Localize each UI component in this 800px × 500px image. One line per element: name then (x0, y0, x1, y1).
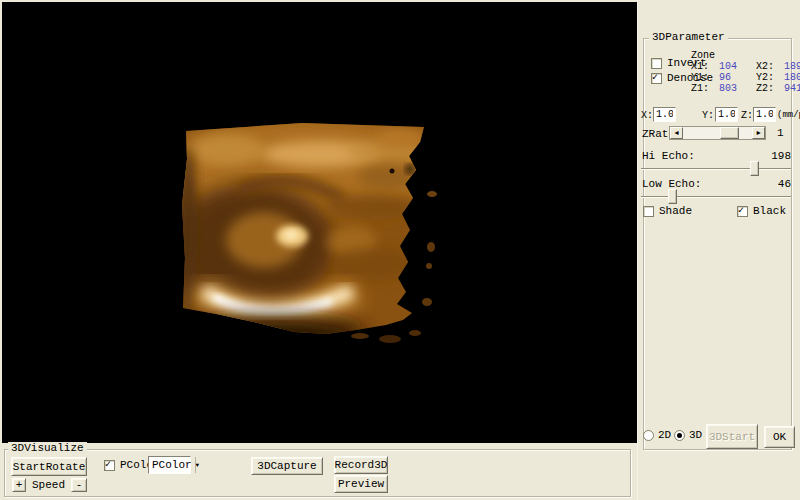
render-viewport[interactable] (2, 2, 637, 443)
scroll-left-icon[interactable]: ◄ (670, 127, 683, 139)
scale-y-input[interactable] (715, 107, 738, 122)
speed-label: Speed (32, 479, 65, 491)
visualize-panel: 3DVisualize StartRotate + Speed - ✓ PCol… (0, 443, 637, 500)
chevron-down-icon[interactable]: ▼ (195, 457, 200, 473)
hi-echo-label: Hi Echo: (642, 150, 695, 162)
zone-x1-value: 104 (719, 61, 756, 72)
parameter-groupbox: 3DParameter (643, 38, 792, 450)
app-window: { "parameter_panel": { "title": "3DParam… (0, 0, 800, 500)
parameter-panel: 3DParameter Invert ✓ Denoise Zone X1: 10… (637, 0, 800, 500)
black-checkbox[interactable]: ✓ (737, 206, 748, 217)
zone-z1-value: 803 (719, 83, 756, 94)
zone-z1-label: Z1: (691, 83, 719, 94)
scroll-right-icon[interactable]: ► (752, 127, 765, 139)
zone-z2-value: 941 (784, 83, 800, 94)
scale-z-input[interactable] (753, 107, 776, 122)
zone-row-z: Z1: 803 Z2: 941 (691, 83, 800, 94)
radio-2d-label: 2D (658, 429, 671, 441)
ultrasound-3d-image (2, 2, 637, 443)
shade-checkbox[interactable] (643, 206, 654, 217)
check-icon: ✓ (738, 205, 744, 216)
speed-plus-button[interactable]: + (12, 478, 26, 492)
zrate-value: 1 (777, 127, 784, 139)
low-echo-slider-thumb[interactable] (668, 189, 677, 204)
zone-label: Zone (691, 50, 715, 61)
hi-echo-slider-track[interactable] (641, 168, 791, 170)
scale-x-label: X: (641, 110, 653, 121)
visualize-groupbox-title: 3DVisualize (8, 442, 87, 454)
low-echo-slider-track[interactable] (641, 196, 791, 198)
zone-y2-value: 180 (784, 72, 800, 83)
ok-button[interactable]: OK (764, 426, 795, 448)
record3d-button[interactable]: Record3D (334, 456, 388, 474)
pcolor-dropdown-value: PColor (149, 459, 195, 471)
zone-x2-label: X2: (756, 61, 784, 72)
3dstart-button[interactable]: 3DStart (706, 424, 758, 449)
zone-x1-label: X1: (691, 61, 719, 72)
zone-x2-value: 189 (784, 61, 800, 72)
scale-x-input[interactable] (653, 107, 676, 122)
preview-button[interactable]: Preview (334, 475, 388, 493)
shade-label: Shade (659, 205, 692, 217)
zone-y1-label: Y1: (691, 72, 719, 83)
radio-2d[interactable] (643, 430, 654, 441)
pcolor-dropdown[interactable]: PColor ▼ (148, 456, 191, 474)
zone-row-y: Y1: 96 Y2: 180 (691, 72, 800, 83)
start-rotate-button[interactable]: StartRotate (11, 457, 87, 476)
pcolor-checkbox[interactable]: ✓ (104, 460, 115, 471)
denoise-checkbox[interactable]: ✓ (651, 73, 662, 84)
invert-checkbox[interactable] (651, 58, 662, 69)
scale-z-label: Z: (741, 110, 753, 121)
zrate-scrollbar[interactable]: ◄ ► (669, 126, 766, 140)
hi-echo-slider-thumb[interactable] (750, 161, 759, 176)
zrate-scrollbar-thumb[interactable] (720, 127, 739, 139)
scale-unit-label: (mm/p) (777, 110, 800, 120)
zone-z2-label: Z2: (756, 83, 784, 94)
zone-row-x: X1: 104 X2: 189 (691, 61, 800, 72)
low-echo-value: 46 (769, 178, 791, 190)
speed-minus-button[interactable]: - (71, 478, 87, 492)
parameter-groupbox-title: 3DParameter (649, 31, 728, 43)
zone-y2-label: Y2: (756, 72, 784, 83)
scale-y-label: Y: (702, 110, 714, 121)
black-label: Black (753, 205, 786, 217)
hi-echo-value: 198 (769, 150, 791, 162)
check-icon: ✓ (105, 459, 111, 470)
zone-y1-value: 96 (719, 72, 756, 83)
check-icon: ✓ (652, 72, 658, 83)
radio-3d-label: 3D (689, 429, 702, 441)
3dcapture-button[interactable]: 3DCapture (251, 457, 323, 475)
radio-3d[interactable] (674, 430, 685, 441)
